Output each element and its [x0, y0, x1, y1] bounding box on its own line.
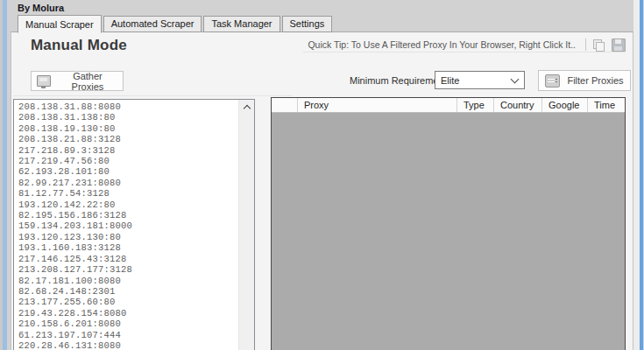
window-border-right: [640, 0, 643, 350]
proxy-listbox[interactable]: 208.138.31.88:8080208.138.31.138:80208.1…: [13, 99, 255, 350]
tab-task-manager[interactable]: Task Manager: [203, 16, 280, 32]
column-header-type[interactable]: Type: [457, 98, 494, 112]
proxy-list-item[interactable]: 210.158.6.201:8080: [18, 318, 254, 329]
proxy-list: 208.138.31.88:8080208.138.31.138:80208.1…: [14, 100, 254, 350]
save-proxies-button[interactable]: [610, 37, 627, 52]
gather-proxies-button[interactable]: Gather Proxies: [31, 71, 124, 91]
filter-proxies-button[interactable]: Filter Proxies: [538, 70, 631, 91]
proxy-list-item[interactable]: 213.208.127.177:3128: [18, 264, 254, 275]
column-header-time[interactable]: Time: [588, 98, 625, 112]
proxy-list-item[interactable]: 61.213.197.107:444: [18, 330, 254, 340]
chevron-up-icon: [243, 104, 250, 111]
results-table-body: [272, 113, 625, 350]
column-header-google[interactable]: Google: [542, 98, 588, 112]
proxy-list-item[interactable]: 208.138.31.88:8080: [18, 102, 254, 112]
proxy-list-item[interactable]: 193.120.142.22:80: [18, 200, 254, 210]
proxy-list-item[interactable]: 213.177.255.60:80: [18, 297, 254, 307]
proxy-list-item[interactable]: 82.68.24.148:2301: [18, 286, 254, 297]
tab-automated-scraper[interactable]: Automated Scraper: [103, 16, 202, 32]
app-subtitle: By Molura: [18, 3, 64, 13]
proxy-list-item[interactable]: 219.43.228.154:8080: [18, 308, 254, 318]
quick-tip-bar: Quick Tip: To Use A Filtered Proxy In Yo…: [308, 37, 629, 52]
quick-tip-text: Quick Tip: To Use A Filtered Proxy In Yo…: [308, 39, 576, 50]
proxy-list-item[interactable]: 193.1.160.183:3128: [18, 242, 254, 253]
copy-icon: [592, 38, 606, 52]
gather-proxies-label: Gather Proxies: [58, 71, 117, 92]
proxy-list-scrollbar[interactable]: [238, 100, 254, 350]
proxy-list-item[interactable]: 217.218.89.3:3128: [18, 145, 254, 156]
column-header-blank[interactable]: [272, 98, 298, 112]
tab-settings[interactable]: Settings: [282, 16, 333, 32]
filter-proxies-label: Filter Proxies: [567, 75, 623, 86]
proxy-list-item[interactable]: 217.146.125.43:3128: [18, 254, 254, 264]
proxy-list-item[interactable]: 82.99.217.231:8080: [18, 178, 254, 188]
chevron-down-icon: [511, 74, 520, 83]
tab-manual-scraper[interactable]: Manual Scraper: [18, 15, 102, 33]
minimum-requirement-value: Elite: [441, 75, 459, 86]
column-header-country[interactable]: Country: [494, 98, 542, 112]
app-window: By Molura Manual Scraper Automated Scrap…: [0, 0, 644, 350]
proxy-list-item[interactable]: 81.12.77.54:3128: [18, 188, 254, 199]
proxy-list-item[interactable]: 208.138.31.138:80: [18, 112, 254, 122]
proxy-list-item[interactable]: 82.17.181.100:8080: [18, 276, 254, 286]
proxy-list-item[interactable]: 217.219.47.56:80: [18, 156, 254, 166]
copy-proxies-button[interactable]: [591, 37, 608, 52]
monitor-icon: [37, 75, 51, 87]
proxy-list-item[interactable]: 62.193.28.101:80: [18, 166, 254, 177]
save-icon: [612, 38, 626, 52]
minimum-requirement-select[interactable]: Elite: [435, 71, 525, 89]
column-header-proxy[interactable]: Proxy: [298, 98, 457, 112]
results-table-header: Proxy Type Country Google Time: [272, 98, 625, 113]
manual-scraper-panel: Manual Mode Quick Tip: To Use A Filtered…: [11, 32, 633, 350]
toolbar-separator: [585, 38, 586, 51]
proxy-list-item[interactable]: 220.28.46.131:8080: [18, 340, 254, 350]
page-title: Manual Mode: [31, 37, 127, 54]
results-table: Proxy Type Country Google Time: [271, 97, 626, 350]
window-border-left: [3, 0, 7, 350]
filter-icon: [545, 74, 560, 88]
proxy-list-item[interactable]: 159.134.203.181:8000: [18, 220, 254, 231]
window-subtitle-bar: By Molura: [11, 0, 633, 17]
separator-line: [13, 95, 292, 96]
proxy-list-item[interactable]: 208.138.19.130:80: [18, 123, 254, 134]
scrollbar-up-button[interactable]: [239, 100, 254, 114]
proxy-list-item[interactable]: 82.195.156.186:3128: [18, 210, 254, 220]
proxy-list-item[interactable]: 193.120.123.130:80: [18, 232, 254, 242]
window-frame-edge-right: [633, 0, 640, 350]
separator-line: [303, 52, 626, 52]
tab-strip: Manual Scraper Automated Scraper Task Ma…: [18, 17, 334, 32]
proxy-list-item[interactable]: 208.138.21.88:3128: [18, 134, 254, 144]
